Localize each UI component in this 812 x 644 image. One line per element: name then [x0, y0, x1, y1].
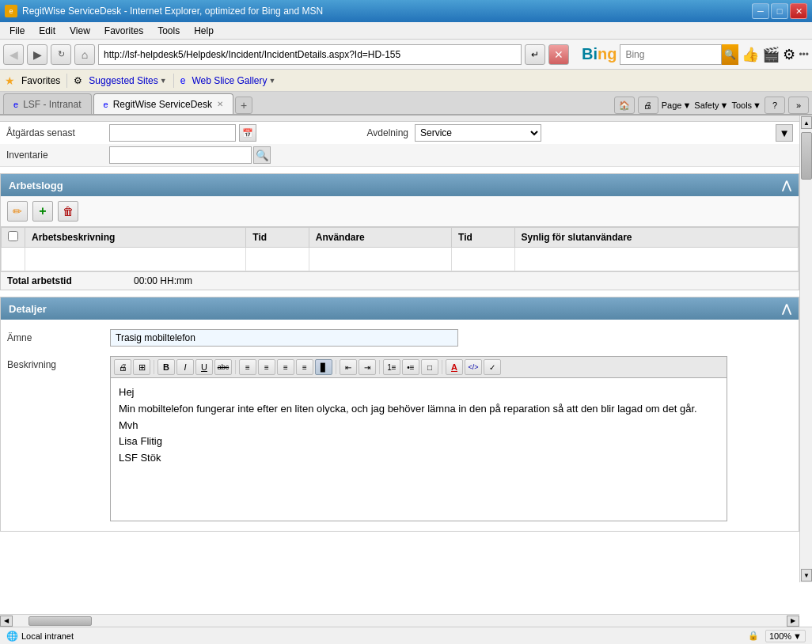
menu-favorites[interactable]: Favorites — [98, 24, 150, 38]
new-tab-button[interactable]: + — [235, 97, 252, 114]
suggested-chevron-icon: ▼ — [160, 77, 167, 85]
address-input[interactable] — [98, 44, 522, 65]
atgardas-input[interactable] — [109, 124, 236, 142]
select-all-checkbox[interactable] — [8, 231, 18, 241]
scroll-left-button[interactable]: ◀ — [0, 616, 13, 627]
menu-file[interactable]: File — [3, 24, 31, 38]
home-button[interactable]: ⌂ — [74, 44, 95, 65]
inventarie-field-group: 🔍 — [109, 146, 271, 164]
webslice-gallery-link[interactable]: Web Slice Gallery ▼ — [192, 75, 275, 86]
calendar-button[interactable]: 📅 — [239, 124, 256, 142]
tab-close-icon[interactable]: ✕ — [217, 100, 223, 108]
atgardas-label: Åtgärdas senast — [6, 127, 109, 138]
page-content: Åtgärdas senast 📅 Avdelning Service ▼ In… — [0, 116, 799, 582]
detaljer-header[interactable]: Detaljer ⋀ — [1, 297, 799, 320]
horizontal-scrollbar[interactable]: ◀ ▶ — [0, 614, 799, 627]
spell-button[interactable]: ✓ — [484, 359, 501, 375]
back-button[interactable]: ◀ — [3, 44, 24, 65]
tab-lsf-intranat[interactable]: e LSF - Intranat — [3, 93, 92, 114]
font-color-button[interactable]: A — [446, 359, 463, 375]
extend-btn[interactable]: » — [788, 97, 809, 114]
scroll-thumb-h[interactable] — [28, 616, 92, 626]
avdelning-expand-button[interactable]: ▼ — [776, 124, 793, 142]
tools-dropdown[interactable]: Tools ▼ — [731, 100, 761, 110]
underline-button[interactable]: U — [195, 359, 213, 375]
close-button[interactable]: ✕ — [790, 3, 807, 19]
minimize-button[interactable]: ─ — [752, 3, 769, 19]
vertical-scrollbar[interactable]: ▲ ▼ — [799, 116, 812, 582]
align-left-button[interactable]: ≡ — [239, 359, 256, 375]
tools-icon[interactable]: ⚙ — [783, 46, 795, 63]
align-center-button[interactable]: ≡ — [258, 359, 275, 375]
editor-print-button[interactable]: 🖨 — [114, 359, 131, 375]
bold-button[interactable]: B — [157, 359, 175, 375]
scroll-thumb[interactable] — [801, 132, 812, 180]
source-button[interactable]: </> — [465, 359, 482, 375]
stop-button[interactable]: ✕ — [548, 44, 569, 65]
menu-tools[interactable]: Tools — [151, 24, 186, 38]
total-row: Total arbetstid 00:00 HH:mm — [1, 271, 799, 290]
help-tab-btn[interactable]: ? — [765, 97, 785, 114]
title-bar-buttons: ─ □ ✕ — [752, 3, 807, 19]
zoom-control[interactable]: 100% ▼ — [765, 630, 806, 642]
print-btn[interactable]: 🖨 — [638, 97, 658, 114]
editor-content[interactable]: Hej Min mobiltelefon fungerar inte efter… — [111, 378, 727, 521]
editor-sep-3 — [336, 360, 336, 374]
arbetslogg-collapse-icon[interactable]: ⋀ — [782, 179, 791, 191]
add-button[interactable]: + — [32, 201, 53, 222]
zoom-chevron-icon: ▼ — [793, 631, 802, 641]
safety-dropdown[interactable]: Safety ▼ — [694, 100, 728, 110]
security-icon: 🔒 — [748, 631, 759, 641]
block-button[interactable]: □ — [421, 359, 438, 375]
more-icon[interactable]: ••• — [799, 49, 809, 60]
media-icon[interactable]: 🎬 — [762, 46, 780, 63]
home-tab-btn[interactable]: 🏠 — [614, 97, 635, 114]
align-full-button[interactable]: ▊ — [315, 359, 332, 375]
detaljer-collapse-icon[interactable]: ⋀ — [782, 302, 791, 315]
outdent-button[interactable]: ⇤ — [340, 359, 357, 375]
avdelning-select[interactable]: Service — [415, 124, 541, 142]
indent-button[interactable]: ⇥ — [359, 359, 376, 375]
favorites-bar: ★ Favorites ⚙ Suggested Sites ▼ e Web Sl… — [0, 70, 812, 92]
bing-search-button[interactable]: 🔍 — [721, 44, 738, 65]
arbetslogg-header[interactable]: Arbetslogg ⋀ — [1, 174, 799, 196]
justify-button[interactable]: ≡ — [296, 359, 313, 375]
bottom-spacer — [0, 538, 799, 570]
scroll-up-button[interactable]: ▲ — [801, 116, 812, 129]
edit-button[interactable]: ✏ — [7, 201, 28, 222]
page-dropdown[interactable]: Page ▼ — [662, 100, 692, 110]
tab-regitwise[interactable]: e RegitWise ServiceDesk ✕ — [93, 93, 234, 114]
arbetslogg-toolbar: ✏ + 🗑 — [1, 196, 799, 227]
amne-input[interactable] — [110, 329, 458, 347]
inventarie-input[interactable] — [109, 146, 252, 164]
menu-view[interactable]: View — [63, 24, 97, 38]
tid-header-1: Tid — [246, 228, 309, 248]
suggested-sites-link[interactable]: Suggested Sites ▼ — [89, 75, 166, 86]
favorites-icon[interactable]: 👍 — [742, 46, 759, 63]
menu-help[interactable]: Help — [188, 24, 220, 38]
main-content-area: ▲ ▼ Åtgärdas senast 📅 Avdelning Service — [0, 116, 812, 582]
align-right-button[interactable]: ≡ — [277, 359, 294, 375]
maximize-button[interactable]: □ — [771, 3, 788, 19]
menu-edit[interactable]: Edit — [32, 24, 62, 38]
unordered-list-button[interactable]: •≡ — [402, 359, 419, 375]
beskrivning-row: Beskrivning 🖨 ⊞ B I U abc ≡ — [7, 353, 792, 525]
italic-button[interactable]: I — [176, 359, 194, 375]
zoom-value: 100% — [769, 631, 791, 641]
ordered-list-button[interactable]: 1≡ — [383, 359, 400, 375]
editor-table-button[interactable]: ⊞ — [133, 359, 150, 375]
total-label: Total arbetstid — [7, 275, 134, 286]
refresh-button[interactable]: ↻ — [51, 44, 71, 65]
scroll-down-button[interactable]: ▼ — [801, 569, 812, 581]
inventarie-search-button[interactable]: 🔍 — [253, 146, 271, 164]
editor-container: 🖨 ⊞ B I U abc ≡ ≡ ≡ ≡ ▊ — [110, 356, 727, 521]
content-hej: Hej — [119, 385, 719, 401]
delete-button[interactable]: 🗑 — [58, 201, 78, 222]
favorites-label[interactable]: Favorites — [21, 75, 60, 86]
strikethrough-button[interactable]: abc — [214, 359, 232, 375]
tab-lsf-icon: e — [13, 100, 18, 109]
go-button[interactable]: ↵ — [525, 44, 545, 65]
content-org: LSF Stök — [119, 450, 719, 467]
scroll-right-button[interactable]: ▶ — [787, 616, 799, 627]
forward-button[interactable]: ▶ — [27, 44, 47, 65]
